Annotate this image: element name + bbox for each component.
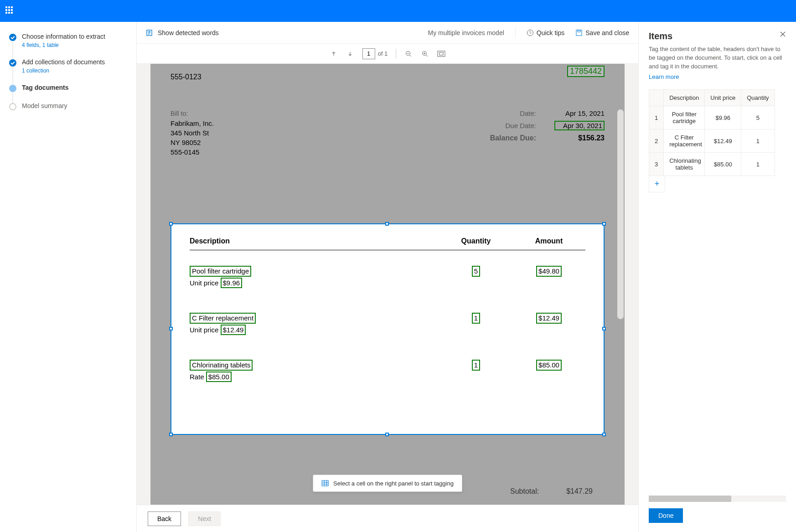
quick-tips-button[interactable]: ? Quick tips xyxy=(527,29,564,36)
document-viewer[interactable]: 555-0123 1785442 Bill to: Fabrikam, Inc.… xyxy=(137,64,638,505)
resize-handle[interactable] xyxy=(169,327,173,331)
scrollbar-thumb[interactable] xyxy=(649,496,731,502)
items-header-row: Description Quantity Amount xyxy=(190,237,585,248)
row-number-cell: 3 xyxy=(649,153,664,176)
due-date-label: Due Date: xyxy=(491,122,536,129)
svg-rect-8 xyxy=(439,52,443,55)
item-sub-label: Rate xyxy=(190,373,204,381)
subtotal-row: Subtotal: $147.29 xyxy=(510,487,593,496)
cell-description[interactable]: Chlorinating tablets xyxy=(664,153,705,176)
close-panel-button[interactable] xyxy=(780,31,786,37)
resize-handle[interactable] xyxy=(602,327,606,331)
item-qty-tag[interactable]: 5 xyxy=(472,266,480,277)
items-panel: Items Tag the content of the table, head… xyxy=(638,22,796,532)
toolbar-divider xyxy=(396,49,396,59)
items-table-selection[interactable]: Description Quantity Amount Pool filter … xyxy=(171,223,605,435)
doc-item-row: Chlorinating tablets Rate $85.00 1 $85.0… xyxy=(190,360,585,382)
header-quantity: Quantity xyxy=(439,237,512,245)
cell-quantity[interactable]: 1 xyxy=(741,129,775,153)
done-button[interactable]: Done xyxy=(649,508,683,523)
item-subprice-tag[interactable]: $85.00 xyxy=(206,372,232,382)
cell-unit-price[interactable]: $9.96 xyxy=(705,106,741,129)
wizard-footer: Back Next xyxy=(137,505,638,532)
plus-icon: + xyxy=(655,179,660,189)
main-layout: Choose information to extract 4 fields, … xyxy=(0,22,796,532)
doc-item-row: Pool filter cartridge Unit price $9.96 5… xyxy=(190,266,585,288)
zoom-out-button[interactable] xyxy=(404,50,413,58)
next-page-button[interactable] xyxy=(346,50,354,58)
save-icon xyxy=(575,29,583,36)
item-sub-label: Unit price xyxy=(190,279,218,287)
step-subtitle: 4 fields, 1 table xyxy=(22,42,105,48)
item-sub-label: Unit price xyxy=(190,326,218,334)
vendor-phone: 555-0123 xyxy=(171,73,202,81)
step-subtitle: 1 collection xyxy=(22,67,105,74)
text-detect-icon xyxy=(146,29,154,37)
item-amount-tag[interactable]: $49.80 xyxy=(536,266,562,277)
resize-handle[interactable] xyxy=(385,222,389,226)
fit-to-screen-button[interactable] xyxy=(437,50,445,58)
check-icon xyxy=(9,34,16,41)
col-header-description[interactable]: Description xyxy=(664,90,705,106)
item-description-tag[interactable]: Pool filter cartridge xyxy=(190,266,251,277)
subtotal-value: $147.29 xyxy=(566,487,593,496)
page-number-input[interactable] xyxy=(362,48,375,59)
add-row-button[interactable]: + xyxy=(649,176,665,192)
resize-handle[interactable] xyxy=(169,433,173,436)
cell-quantity[interactable]: 5 xyxy=(741,106,775,129)
horizontal-scrollbar[interactable] xyxy=(649,496,786,502)
model-name-label: My multiple invoices model xyxy=(428,29,504,36)
col-header-unit-price[interactable]: Unit price xyxy=(705,90,741,106)
prev-page-button[interactable] xyxy=(330,50,338,58)
item-subprice-tag[interactable]: $9.96 xyxy=(221,278,243,289)
quick-tips-label: Quick tips xyxy=(537,29,564,36)
app-launcher-icon[interactable] xyxy=(5,6,15,15)
items-data-table: Description Unit price Quantity 1 Pool f… xyxy=(649,89,775,176)
item-description-tag[interactable]: C Filter replacement xyxy=(190,313,256,324)
cell-description[interactable]: C Filter replacement xyxy=(664,129,705,153)
bill-to-block: Bill to: Fabrikam, Inc. 345 North St NY … xyxy=(171,109,214,157)
panel-description: Tag the content of the table, headers do… xyxy=(649,46,782,70)
cell-description[interactable]: Pool filter cartridge xyxy=(664,106,705,129)
bill-to-addr2: NY 98052 xyxy=(171,138,214,147)
cell-unit-price[interactable]: $12.49 xyxy=(705,129,741,153)
svg-text:?: ? xyxy=(529,31,531,35)
vertical-scrollbar[interactable] xyxy=(617,109,624,319)
balance-due-label: Balance Due: xyxy=(490,134,536,142)
pending-step-icon xyxy=(9,103,16,110)
date-label: Date: xyxy=(491,109,536,117)
col-header-quantity[interactable]: Quantity xyxy=(741,90,775,106)
svg-rect-4 xyxy=(578,30,580,32)
item-qty-tag[interactable]: 1 xyxy=(472,360,480,371)
item-qty-tag[interactable]: 1 xyxy=(472,313,480,324)
show-detected-words-toggle[interactable]: Show detected words xyxy=(146,29,219,37)
cell-quantity[interactable]: 1 xyxy=(741,153,775,176)
panel-title: Items xyxy=(649,31,672,41)
step-title: Tag documents xyxy=(22,84,68,91)
bill-to-addr1: 345 North St xyxy=(171,128,214,138)
step-tag-documents[interactable]: Tag documents xyxy=(9,84,127,92)
due-date-tag[interactable]: Apr 30, 2021 xyxy=(554,121,605,130)
resize-handle[interactable] xyxy=(169,222,173,226)
step-model-summary[interactable]: Model summary xyxy=(9,102,127,110)
back-button[interactable]: Back xyxy=(148,511,181,526)
resize-handle[interactable] xyxy=(602,222,606,226)
cell-unit-price[interactable]: $85.00 xyxy=(705,153,741,176)
item-description-tag[interactable]: Chlorinating tablets xyxy=(190,360,253,371)
save-and-close-button[interactable]: Save and close xyxy=(575,29,629,36)
item-amount-tag[interactable]: $12.49 xyxy=(536,313,562,324)
table-icon xyxy=(321,480,329,487)
learn-more-link[interactable]: Learn more xyxy=(649,73,679,82)
row-number-cell: 1 xyxy=(649,106,664,129)
step-choose-info[interactable]: Choose information to extract 4 fields, … xyxy=(9,33,127,48)
subtotal-label: Subtotal: xyxy=(510,487,539,496)
item-subprice-tag[interactable]: $12.49 xyxy=(221,325,246,336)
zoom-in-button[interactable] xyxy=(421,50,429,58)
item-amount-tag[interactable]: $85.00 xyxy=(536,360,562,371)
resize-handle[interactable] xyxy=(602,433,606,436)
table-row: 1 Pool filter cartridge $9.96 5 xyxy=(649,106,775,129)
step-add-collections[interactable]: Add collections of documents 1 collectio… xyxy=(9,58,127,74)
date-value: Apr 15, 2021 xyxy=(554,109,605,117)
invoice-number-tag[interactable]: 1785442 xyxy=(567,66,605,77)
resize-handle[interactable] xyxy=(385,433,389,436)
